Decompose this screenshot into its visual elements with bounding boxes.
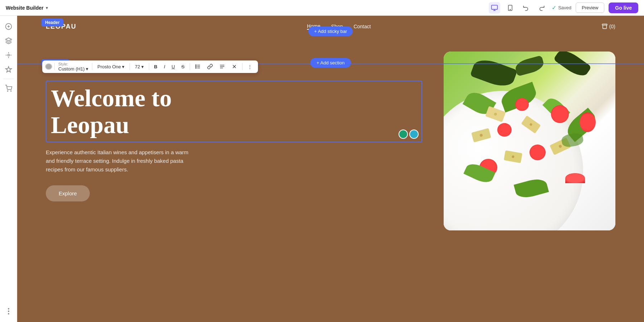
header-badge[interactable]: Header [42, 19, 63, 26]
svg-rect-13 [602, 24, 607, 25]
tomato-3 [530, 145, 546, 160]
redo-button[interactable] [536, 2, 547, 14]
top-bar-left: Website Builder ▾ [6, 5, 48, 11]
toolbar-separator-3 [130, 63, 130, 70]
list-button[interactable] [192, 62, 204, 71]
toolbar-color-picker[interactable] [45, 63, 52, 70]
svg-point-18 [195, 66, 196, 67]
svg-point-11 [8, 311, 9, 312]
tomato-2 [497, 123, 512, 137]
sidebar-magic-icon[interactable] [2, 63, 15, 76]
heading-text: Welcome toLeopau [51, 85, 417, 138]
left-sidebar [0, 16, 17, 322]
add-section-button[interactable]: + Add section [310, 58, 351, 68]
main-layout: Header + Add sticky bar LEOPAU Home Shop… [0, 16, 644, 322]
saved-label: Saved [558, 5, 571, 10]
sidebar-layers-icon[interactable] [2, 34, 15, 47]
style-label-text: Style: [58, 62, 88, 66]
link-button[interactable] [204, 62, 216, 71]
tomato-5 [515, 98, 529, 111]
svg-point-8 [7, 91, 8, 92]
svg-point-2 [510, 9, 511, 10]
font-size-picker[interactable]: 72 ▾ [132, 63, 146, 71]
explore-button[interactable]: Explore [46, 185, 90, 201]
svg-point-9 [10, 91, 11, 92]
canvas-area: Header + Add sticky bar LEOPAU Home Shop… [17, 16, 644, 322]
app-title[interactable]: Website Builder [6, 5, 44, 11]
strikethrough-button[interactable]: S [179, 63, 187, 71]
toolbar-separator-4 [149, 63, 149, 70]
font-size-label: 72 [135, 64, 140, 69]
desktop-view-button[interactable] [489, 2, 500, 14]
tomato-half-2 [580, 112, 596, 132]
preview-text-side: Style: Custom (H1) ▾ Prosto One ▾ 72 ▾ B [46, 80, 422, 202]
italic-button[interactable]: I [161, 63, 168, 71]
saved-check-icon: ✓ [552, 4, 556, 11]
heading-text-box[interactable]: Welcome toLeopau [46, 80, 422, 143]
more-options-button[interactable]: ⋮ [245, 63, 255, 71]
toolbar-separator-1 [54, 63, 55, 70]
font-name-label: Prosto One [97, 64, 121, 69]
style-value-text[interactable]: Custom (H1) ▾ [58, 66, 88, 72]
svg-point-17 [195, 65, 196, 65]
style-label: Style: Custom (H1) ▾ [57, 62, 90, 72]
collaborator-avatars [399, 130, 419, 139]
collaborator-avatar-1 [399, 130, 408, 139]
underline-button[interactable]: U [169, 63, 178, 71]
toolbar-separator-6 [242, 63, 243, 70]
preview-content: Style: Custom (H1) ▾ Prosto One ▾ 72 ▾ B [17, 37, 644, 245]
top-bar-right: ✓ Saved Preview Go live [489, 2, 638, 14]
preview-subtext: Experience authentic Italian wines and a… [46, 148, 196, 174]
svg-marker-6 [5, 38, 11, 41]
tomato-half-1 [565, 173, 585, 183]
clear-format-button[interactable] [229, 62, 240, 71]
undo-button[interactable] [520, 2, 532, 14]
svg-point-12 [8, 313, 9, 314]
sidebar-divider [4, 79, 14, 79]
svg-rect-0 [492, 5, 498, 9]
sidebar-cart-icon[interactable] [2, 82, 15, 95]
toolbar-separator-2 [92, 63, 92, 70]
food-image [444, 52, 615, 230]
cart-count: (0) [609, 24, 615, 29]
collaborator-avatar-2 [409, 130, 419, 139]
svg-point-7 [8, 54, 9, 56]
sidebar-shapes-icon[interactable] [2, 49, 15, 62]
food-image-container [444, 52, 615, 230]
bold-button[interactable]: B [151, 63, 160, 71]
saved-indicator: ✓ Saved [552, 4, 571, 11]
nav-contact[interactable]: Contact [353, 24, 371, 29]
chevron-icon[interactable]: ▾ [46, 5, 48, 10]
svg-point-10 [8, 308, 9, 309]
tomato-1 [551, 105, 569, 123]
svg-point-19 [195, 68, 196, 68]
text-editing-toolbar: Style: Custom (H1) ▾ Prosto One ▾ 72 ▾ B [42, 60, 258, 73]
go-live-button[interactable]: Go live [609, 3, 638, 13]
align-button[interactable] [216, 62, 228, 71]
top-bar: Website Builder ▾ ✓ [0, 0, 644, 16]
mobile-view-button[interactable] [504, 2, 516, 14]
add-sticky-bar-button[interactable]: + Add sticky bar [308, 26, 353, 36]
sidebar-add-icon[interactable] [2, 20, 15, 33]
font-family-picker[interactable]: Prosto One ▾ [94, 63, 127, 71]
preview-cart[interactable]: (0) [601, 23, 615, 30]
toolbar-separator-5 [190, 63, 190, 70]
sidebar-more-icon[interactable] [2, 305, 15, 318]
preview-button[interactable]: Preview [576, 3, 604, 13]
website-preview: Header + Add sticky bar LEOPAU Home Shop… [17, 16, 644, 322]
